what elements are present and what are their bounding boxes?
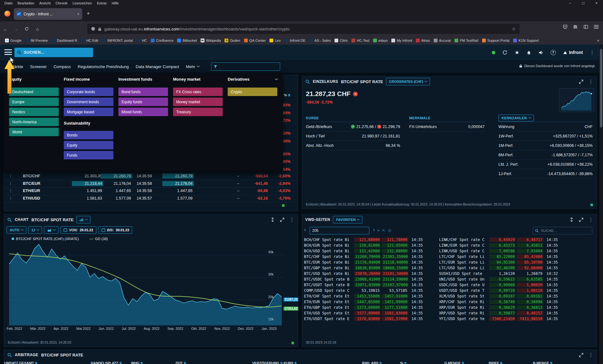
expand-icon[interactable]: [280, 217, 285, 222]
bookmark-item[interactable]: Atoss: [414, 38, 432, 43]
column-header[interactable]: %⇅: [400, 361, 407, 364]
column-header[interactable]: ÄND. ABS⇅: [362, 361, 382, 364]
menu-item[interactable]: Equity: [64, 141, 113, 149]
panel-kebab-icon[interactable]: ⋮: [290, 217, 295, 222]
sidebar-icon[interactable]: [584, 24, 588, 29]
menu-item[interactable]: Mortgage based: [64, 108, 113, 116]
menu-item[interactable]: Nordics: [9, 108, 59, 116]
scrollbar-thumb[interactable]: [600, 49, 602, 127]
bookmark-item[interactable]: HC Edit: [79, 38, 100, 43]
nav-item[interactable]: Compass: [53, 64, 71, 69]
shield-icon[interactable]: [91, 27, 95, 31]
window-restore-button[interactable]: □: [577, 1, 590, 5]
menu-item[interactable]: Corporate bonds: [64, 88, 113, 96]
global-search-input[interactable]: [24, 50, 84, 55]
filter-box[interactable]: [211, 62, 280, 71]
column-header[interactable]: BRIEF⇅: [489, 361, 503, 364]
chart-style-selector[interactable]: [76, 216, 90, 223]
browser-tab[interactable]: Crypto - Infront ... ×: [14, 8, 82, 20]
menu-item[interactable]: Treasury: [173, 108, 223, 116]
column-header[interactable]: HANDELSPLATZ⇅: [91, 361, 122, 364]
row-kebab-icon[interactable]: ⋮: [8, 181, 13, 186]
column-header[interactable]: G.MENGE⇅: [444, 361, 464, 364]
bookmark-item[interactable]: QA-Center: [242, 38, 268, 43]
panel-kebab-icon[interactable]: ⋮: [589, 352, 594, 358]
menu-item[interactable]: Funds: [64, 151, 113, 159]
date-to-button[interactable]: BIS: 30.01.23: [98, 226, 133, 234]
bookmark-item[interactable]: HC-Test: [350, 38, 371, 43]
menu-item[interactable]: World: [9, 128, 59, 136]
row-kebab-icon[interactable]: ⋮: [8, 174, 13, 178]
column-header[interactable]: ZEIT⇅: [175, 361, 186, 364]
row-kebab-icon[interactable]: ⋮: [8, 196, 13, 201]
vwd-page-table[interactable]: BCH/CHF Spot rate Bi 121,68000 121,78000…: [304, 238, 595, 322]
library-icon[interactable]: [573, 24, 578, 29]
notifications-bell-icon[interactable]: [526, 50, 531, 55]
forward-button[interactable]: →: [11, 26, 21, 32]
menu-item[interactable]: Bond funds: [118, 88, 168, 96]
bookmark-item[interactable]: My Infront: [389, 38, 414, 43]
kennzahlen-selector[interactable]: KENNZAHLEN: [498, 115, 534, 121]
vwd-search-input[interactable]: [541, 229, 588, 233]
lock-icon[interactable]: [98, 27, 101, 31]
tab-close-icon[interactable]: ×: [77, 12, 79, 16]
panel-kebab-icon[interactable]: ⋮: [589, 217, 594, 222]
bookmark-item[interactable]: AS - Sales: [307, 38, 333, 43]
announcements-icon[interactable]: [538, 50, 544, 55]
price-chart[interactable]: 40k 30k 20k 10k: [7, 243, 284, 325]
pocket-icon[interactable]: [563, 24, 568, 29]
bookmark-item[interactable]: Infront DE: [283, 38, 307, 43]
menu-item[interactable]: Mixed funds: [118, 108, 168, 116]
favorite-star-icon[interactable]: ☆: [388, 228, 392, 233]
chart-type-button[interactable]: [44, 226, 58, 234]
watchlist-row[interactable]: ⋮ ETH/USD 1.581,83 1.577,09 14:35:57 1.5…: [4, 195, 298, 203]
toolbar-kebab-icon[interactable]: ⋮: [590, 50, 595, 55]
help-icon[interactable]: ?: [551, 50, 556, 55]
global-search[interactable]: [14, 48, 93, 57]
page-up-icon[interactable]: [382, 230, 385, 232]
menu-item[interactable]: Government bonds: [64, 98, 113, 106]
back-button[interactable]: ←: [0, 26, 11, 32]
window-minimize-button[interactable]: −: [563, 1, 577, 5]
menu-item[interactable]: FX Cross rates: [173, 88, 223, 96]
column-header[interactable]: UMSATZ GESAMT⇅: [4, 361, 38, 364]
app-menu-hamburger[interactable]: [4, 49, 12, 56]
home-button[interactable]: ⌂: [32, 26, 43, 32]
bookmark-star-icon[interactable]: ☆: [512, 26, 516, 31]
menu-item[interactable]: North-America: [9, 118, 59, 126]
crossrates-selector[interactable]: CROSSRATES (CHF): [386, 78, 430, 85]
watchlist-row[interactable]: ⋮ ETH/EUR 1.451,99 1.447,65 14:35:58 1.4…: [4, 188, 298, 195]
column-title[interactable]: Derivatives: [228, 77, 277, 82]
sync-icon[interactable]: [502, 50, 508, 55]
page-number-input[interactable]: [310, 227, 369, 234]
menubar-item[interactable]: Chronik: [53, 1, 70, 6]
new-tab-button[interactable]: +: [87, 10, 90, 17]
nav-item-more[interactable]: Mehr: [186, 64, 199, 69]
bookmark-item[interactable]: INFRONT: portal: [100, 38, 135, 43]
menubar-item[interactable]: Extras: [95, 1, 109, 6]
menubar-item[interactable]: Datei: [2, 1, 15, 6]
page-next-icon[interactable]: [372, 229, 375, 231]
expand-icon[interactable]: [579, 217, 584, 222]
nav-item[interactable]: Screener: [30, 64, 47, 69]
auto-scale-button[interactable]: AUTO: [7, 226, 26, 234]
watchlist-row[interactable]: ⋮ BTC/EUR 21.218,44 21.176,04 14:35:58 2…: [4, 180, 298, 188]
address-bar[interactable]: gateway.cloud-uat.eu.infrontservices.com…: [87, 24, 519, 34]
favorites-star-icon[interactable]: ★: [514, 49, 519, 56]
menu-item[interactable]: Europe: [9, 98, 59, 106]
expand-icon[interactable]: [579, 353, 584, 357]
bookmark-item[interactable]: Confluence: [149, 38, 176, 43]
menu-item[interactable]: Bonds: [64, 131, 113, 139]
column-header[interactable]: KURS⇅: [284, 361, 297, 364]
bookmark-item[interactable]: D Duden: [223, 38, 242, 43]
nav-item[interactable]: Data Manager Compact: [136, 64, 179, 69]
vwd-search[interactable]: [533, 227, 592, 234]
bookmark-item[interactable]: W Wikipedia: [199, 38, 223, 43]
bookmark-item[interactable]: PM TestRail: [453, 38, 480, 43]
firefox-logo[interactable]: [4, 11, 10, 17]
bookmark-item[interactable]: Dashboard R: [50, 38, 79, 43]
menu-item-crypto[interactable]: Crypto: [228, 88, 277, 96]
menubar-item[interactable]: Lesezeichen: [70, 1, 95, 6]
column-header[interactable]: VERZÖGERUNG⇅: [252, 361, 283, 364]
bookmark-item[interactable]: edays: [371, 38, 389, 43]
